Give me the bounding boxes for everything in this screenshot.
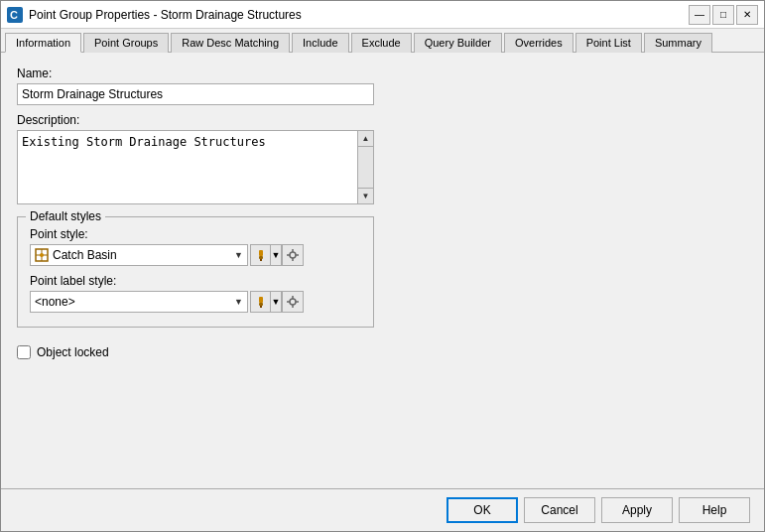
svg-rect-15 <box>259 303 263 306</box>
name-label: Name: <box>17 66 748 80</box>
svg-point-17 <box>290 299 296 305</box>
object-locked-label: Object locked <box>37 345 109 359</box>
svg-point-5 <box>40 253 44 257</box>
cancel-button[interactable]: Cancel <box>524 497 595 523</box>
brush-icon <box>255 249 267 261</box>
svg-rect-14 <box>259 297 263 303</box>
point-label-style-select[interactable]: <none> ▼ <box>30 291 248 313</box>
svg-rect-16 <box>260 306 262 308</box>
point-label-style-row: Point label style: <none> ▼ <box>30 274 361 313</box>
tab-exclude[interactable]: Exclude <box>351 33 412 53</box>
svg-rect-8 <box>260 259 262 261</box>
point-label-style-value: <none> <box>35 295 234 309</box>
point-style-value: Catch Basin <box>53 248 234 262</box>
maximize-button[interactable]: □ <box>712 5 734 25</box>
name-input[interactable] <box>17 83 374 105</box>
point-label-style-settings-btn[interactable] <box>282 291 304 313</box>
svg-rect-7 <box>259 256 263 259</box>
name-field-group: Name: <box>17 66 748 105</box>
tab-query-builder[interactable]: Query Builder <box>414 33 502 53</box>
default-styles-group: Default styles Point style: Catch Basin … <box>17 216 374 328</box>
chevron-down-icon: ▼ <box>271 245 281 265</box>
tab-point-groups[interactable]: Point Groups <box>83 33 169 53</box>
tab-overrides[interactable]: Overrides <box>504 33 574 53</box>
object-locked-checkbox[interactable] <box>17 345 31 359</box>
paint-brush-icon <box>251 245 271 265</box>
apply-button[interactable]: Apply <box>601 497 673 523</box>
catch-basin-icon <box>35 248 49 262</box>
brush2-icon <box>255 296 267 308</box>
label-chevron-down-icon: ▼ <box>271 292 281 312</box>
point-style-controls: Catch Basin ▼ ▼ <box>30 244 361 266</box>
point-label-style-label: Point label style: <box>30 274 361 288</box>
wrench-icon <box>287 249 299 261</box>
svg-text:C: C <box>10 9 18 21</box>
default-styles-legend: Default styles <box>26 209 105 223</box>
title-bar: C Point Group Properties - Storm Drainag… <box>1 1 764 29</box>
window-controls: — □ ✕ <box>689 5 758 25</box>
help-button[interactable]: Help <box>679 497 750 523</box>
point-style-settings-btn[interactable] <box>282 244 304 266</box>
minimize-button[interactable]: — <box>689 5 710 25</box>
point-label-style-edit-btn[interactable]: ▼ <box>250 291 282 313</box>
scrollbar-up-btn[interactable]: ▲ <box>358 131 373 147</box>
point-style-edit-btn[interactable]: ▼ <box>250 244 282 266</box>
description-label: Description: <box>17 113 748 127</box>
tab-include[interactable]: Include <box>292 33 348 53</box>
window: C Point Group Properties - Storm Drainag… <box>0 0 765 532</box>
label-brush-icon <box>251 292 271 312</box>
tab-summary[interactable]: Summary <box>644 33 712 53</box>
tab-information[interactable]: Information <box>5 33 81 53</box>
point-label-style-controls: <none> ▼ ▼ <box>30 291 361 313</box>
tabs-bar: Information Point Groups Raw Desc Matchi… <box>1 29 764 53</box>
point-label-style-arrow-icon: ▼ <box>234 297 243 307</box>
point-style-btn-group: ▼ <box>250 244 304 266</box>
description-textarea[interactable]: Existing Storm Drainage Structures <box>17 130 358 204</box>
tab-point-list[interactable]: Point List <box>575 33 642 53</box>
bottom-bar: OK Cancel Apply Help <box>1 488 764 531</box>
svg-rect-6 <box>259 250 263 256</box>
point-style-select[interactable]: Catch Basin ▼ <box>30 244 248 266</box>
point-label-style-btn-group: ▼ <box>250 291 304 313</box>
point-style-row: Point style: Catch Basin ▼ <box>30 227 361 266</box>
point-style-label: Point style: <box>30 227 361 241</box>
tab-raw-desc-matching[interactable]: Raw Desc Matching <box>171 33 290 53</box>
window-title: Point Group Properties - Storm Drainage … <box>29 8 689 22</box>
app-icon: C <box>7 7 23 23</box>
description-textarea-container: Existing Storm Drainage Structures ▲ ▼ <box>17 130 374 204</box>
scrollbar-down-btn[interactable]: ▼ <box>358 188 373 203</box>
svg-point-9 <box>290 252 296 258</box>
object-locked-row: Object locked <box>17 345 748 359</box>
description-scrollbar: ▲ ▼ <box>358 130 374 204</box>
ok-button[interactable]: OK <box>446 497 518 523</box>
close-button[interactable]: ✕ <box>736 5 758 25</box>
point-style-arrow-icon: ▼ <box>234 250 243 260</box>
content-area: Name: Description: Existing Storm Draina… <box>1 53 764 488</box>
description-field-group: Description: Existing Storm Drainage Str… <box>17 113 748 204</box>
wrench2-icon <box>287 296 299 308</box>
